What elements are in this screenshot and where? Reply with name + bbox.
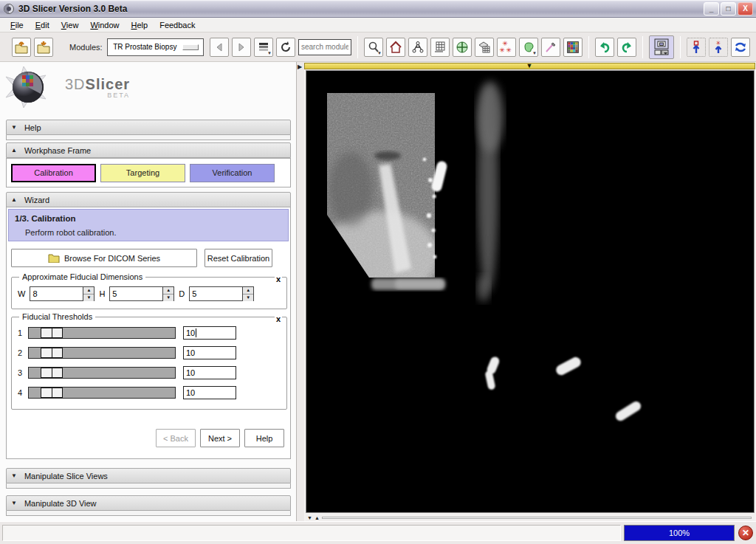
dim-h-input[interactable]: [110, 287, 162, 300]
layout-select-button[interactable]: [649, 35, 674, 59]
menu-edit[interactable]: Edit: [30, 19, 55, 31]
close-icon[interactable]: x: [275, 275, 282, 283]
maximize-button[interactable]: □: [721, 2, 736, 16]
search-module-button[interactable]: ▼: [364, 38, 383, 57]
threshold-1-input[interactable]: 10: [183, 326, 236, 340]
splitter-collapse-icon: ▶: [298, 63, 302, 70]
slider-handle[interactable]: [41, 388, 63, 398]
dim-d-spinner[interactable]: ▲▼: [189, 286, 254, 301]
module-reload-button[interactable]: [276, 38, 295, 57]
workphase-verification-button[interactable]: Verification: [190, 164, 275, 182]
progress-bar: 100%: [624, 525, 735, 541]
dropdown-arrow-icon: ▼: [267, 52, 272, 55]
module-history-button[interactable]: ▼: [254, 38, 273, 57]
fiducial-list-button[interactable]: ✳ ✳ ✳: [497, 38, 516, 57]
spinner-arrows-icon[interactable]: ▲▼: [242, 287, 253, 300]
arrow-left-icon: [214, 42, 224, 52]
home-button[interactable]: [386, 38, 405, 57]
dim-w-spinner[interactable]: ▲▼: [30, 286, 94, 301]
load-scene-icon: [14, 40, 29, 55]
menu-help[interactable]: Help: [126, 19, 154, 31]
slider-handle[interactable]: [41, 348, 63, 358]
roi-button[interactable]: ▼: [519, 38, 538, 57]
save-scene-button[interactable]: [34, 38, 53, 57]
threshold-4-input[interactable]: 10: [183, 386, 236, 399]
section-workphase-label: Workphase Frame: [24, 146, 91, 155]
section-help[interactable]: ▼ Help: [6, 120, 291, 135]
close-button[interactable]: X: [738, 2, 753, 16]
threshold-1-slider[interactable]: [28, 327, 176, 339]
title-bar: 3D Slicer Version 3.0 Beta _ □ X: [0, 0, 756, 18]
spinner-arrows-icon[interactable]: ▲▼: [162, 287, 173, 300]
module-next-button[interactable]: [232, 38, 251, 57]
workphase-targeting-button[interactable]: Targeting: [100, 164, 185, 182]
menu-file[interactable]: File: [4, 19, 30, 31]
slice-image[interactable]: [306, 70, 755, 513]
threshold-2-input[interactable]: 10: [183, 346, 236, 359]
place-fiducial-star-button[interactable]: ✳: [709, 38, 728, 57]
module-panel: 3DSlicer BETA ▼ Help ▲ Workphase Frame C…: [0, 62, 297, 521]
window-title: 3D Slicer Version 3.0 Beta: [18, 4, 702, 14]
threshold-2-slider[interactable]: [28, 347, 176, 359]
text-caret: [196, 328, 196, 337]
threshold-3-input[interactable]: 10: [183, 366, 236, 379]
slider-handle[interactable]: [41, 328, 63, 338]
section-wizard[interactable]: ▲ Wizard: [6, 192, 291, 207]
mouse-place-star-icon: ✳: [712, 40, 725, 55]
module-prev-button[interactable]: [210, 38, 229, 57]
slice-layout-button[interactable]: [430, 38, 450, 57]
menu-window[interactable]: Window: [84, 19, 125, 31]
pen-button[interactable]: [541, 38, 560, 57]
dim-h-spinner[interactable]: ▲▼: [109, 286, 174, 301]
search-input[interactable]: [298, 39, 351, 55]
threshold-3-slider[interactable]: [28, 367, 176, 379]
load-scene-button[interactable]: [12, 38, 31, 57]
section-manipulate-3d-strip: [6, 511, 291, 516]
dim-d-input[interactable]: [190, 287, 242, 300]
dim-w-label: W: [18, 289, 25, 298]
minimize-button[interactable]: _: [704, 2, 719, 16]
next-button[interactable]: Next >: [200, 429, 240, 447]
help-button[interactable]: Help: [244, 429, 284, 447]
status-message-field: [2, 525, 621, 541]
section-workphase[interactable]: ▲ Workphase Frame: [6, 142, 291, 158]
threshold-2-label: 2: [18, 348, 28, 357]
back-button[interactable]: < Back: [156, 429, 196, 447]
horizontal-splitter[interactable]: [322, 517, 752, 519]
menu-feedback[interactable]: Feedback: [154, 19, 201, 31]
reset-calibration-button[interactable]: Reset Calibration: [205, 249, 272, 267]
collapse-down-icon[interactable]: ▼: [307, 515, 312, 520]
redo-button[interactable]: [617, 38, 636, 57]
colors-button[interactable]: [563, 38, 583, 57]
crosshair-icon: [456, 41, 469, 54]
threshold-4-slider[interactable]: [28, 387, 176, 399]
rotate-view-button[interactable]: [731, 38, 750, 57]
place-fiducial-button[interactable]: [687, 38, 706, 57]
slider-handle[interactable]: [41, 368, 63, 378]
threshold-4-label: 4: [18, 388, 28, 397]
undo-button[interactable]: [595, 38, 614, 57]
collapse-up-icon[interactable]: ▲: [315, 515, 320, 520]
reload-icon: [279, 41, 292, 54]
workphase-calibration-button[interactable]: Calibration: [11, 164, 96, 182]
close-icon[interactable]: x: [275, 314, 282, 323]
app-icon: [3, 3, 15, 15]
viewport-controls-bar[interactable]: ▼: [304, 63, 755, 69]
crosshair-button[interactable]: [453, 38, 472, 57]
dim-w-input[interactable]: [30, 287, 83, 300]
cancel-progress-button[interactable]: ✕: [738, 526, 753, 540]
chevron-up-icon: ▲: [11, 147, 17, 154]
fiducial-thresholds-group: Fiducial Thresholds x 1 10 2 10 3 10: [11, 317, 287, 410]
panel-splitter[interactable]: ▶: [297, 62, 304, 521]
menu-view[interactable]: View: [55, 19, 85, 31]
browse-dicom-button[interactable]: Browse For DICOM Series: [11, 249, 197, 267]
compare-layout-button[interactable]: [475, 38, 494, 57]
workphase-buttons: Calibration Targeting Verification: [6, 158, 291, 187]
spinner-arrows-icon[interactable]: ▲▼: [83, 287, 94, 300]
module-tree-button[interactable]: [408, 38, 427, 57]
section-manipulate-slice[interactable]: ▼ Manipulate Slice Views: [6, 468, 291, 483]
wizard-panel: 1/3. Calibration Perform robot calibrati…: [6, 207, 291, 459]
toolbar: Modules: TR Prostate Biopsy ▼: [0, 32, 756, 62]
modules-dropdown[interactable]: TR Prostate Biopsy: [107, 38, 204, 56]
section-manipulate-3d[interactable]: ▼ Manipulate 3D View: [6, 495, 291, 511]
